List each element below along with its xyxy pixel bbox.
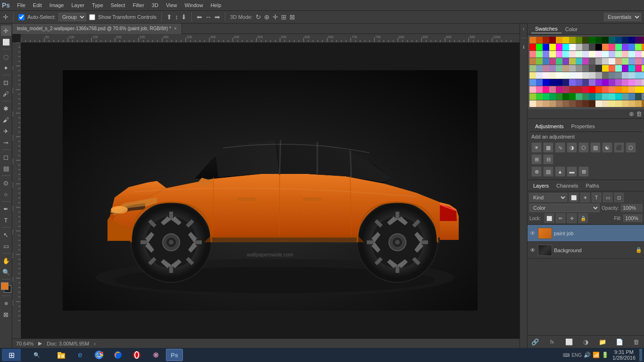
swatch[interactable]: [609, 37, 615, 43]
swatch[interactable]: [529, 51, 536, 58]
swatch[interactable]: [536, 58, 543, 65]
gradient-map-btn[interactable]: ▬: [567, 166, 577, 177]
swatch[interactable]: [576, 44, 582, 50]
swatch[interactable]: [569, 44, 576, 50]
swatch[interactable]: [615, 93, 622, 100]
swatch[interactable]: [615, 37, 622, 43]
swatch[interactable]: [602, 79, 609, 86]
swatch[interactable]: [635, 72, 642, 79]
color-tab[interactable]: Color: [561, 25, 581, 33]
swatch[interactable]: [589, 65, 595, 72]
crop-tool[interactable]: ⊡: [1, 77, 11, 88]
filter-smart-btn[interactable]: ⊡: [614, 193, 624, 202]
swatch[interactable]: [589, 44, 595, 50]
quick-select-tool[interactable]: ✦: [1, 63, 11, 73]
swatch[interactable]: [602, 86, 609, 93]
swatch[interactable]: [628, 79, 635, 86]
canvas-background[interactable]: wallpaperswide.com: [21, 42, 520, 338]
swatch[interactable]: [635, 37, 642, 43]
hand-tool[interactable]: ✋: [1, 255, 11, 266]
swatch[interactable]: [595, 100, 602, 107]
swatch[interactable]: [529, 100, 536, 107]
swatch[interactable]: [529, 72, 536, 79]
blend-mode-select[interactable]: Color: [529, 204, 600, 212]
swatch[interactable]: [602, 93, 609, 100]
filter-adjustment-btn[interactable]: ☀: [580, 193, 590, 202]
swatch[interactable]: [589, 100, 595, 107]
swatch[interactable]: [642, 79, 644, 86]
swatch[interactable]: [609, 65, 615, 72]
swatch[interactable]: [642, 58, 644, 65]
pen-tool[interactable]: ✒: [1, 204, 11, 214]
swatch[interactable]: [569, 37, 576, 43]
taskbar-file-explorer[interactable]: [53, 349, 70, 361]
3d-roll-icon[interactable]: ⊕: [264, 13, 270, 21]
swatch[interactable]: [582, 72, 589, 79]
swatch[interactable]: [536, 37, 543, 43]
swatch[interactable]: [556, 58, 562, 65]
channel-mixer-btn[interactable]: ⊞: [531, 154, 542, 165]
curves-btn[interactable]: ∿: [555, 142, 565, 153]
lock-position-btn[interactable]: ✛: [567, 214, 577, 223]
swatch[interactable]: [635, 44, 642, 50]
path-selection-tool[interactable]: ↖: [1, 230, 11, 240]
swatch[interactable]: [543, 72, 549, 79]
menu-window[interactable]: Window: [182, 1, 206, 9]
swatch[interactable]: [628, 51, 635, 58]
swatch[interactable]: [543, 65, 549, 72]
swatch[interactable]: [536, 72, 543, 79]
fill-input[interactable]: [623, 214, 642, 222]
layer-visibility-background[interactable]: 👁: [529, 247, 536, 254]
start-button[interactable]: ⊞: [2, 349, 21, 361]
swatch[interactable]: [582, 44, 589, 50]
bw-btn[interactable]: ⬛: [614, 142, 624, 153]
swatch[interactable]: [536, 79, 543, 86]
swatch[interactable]: [529, 44, 536, 50]
layer-visibility-paint-job[interactable]: 👁: [529, 230, 536, 237]
levels-btn[interactable]: ▦: [543, 142, 553, 153]
color-balance-btn[interactable]: ☯: [602, 142, 612, 153]
layer-kind-select[interactable]: Kind: [529, 193, 567, 202]
invert-btn[interactable]: ⊗: [531, 166, 542, 177]
workspace-dropdown[interactable]: Essentials: [604, 13, 641, 21]
swatch[interactable]: [556, 65, 562, 72]
menu-edit[interactable]: Edit: [30, 1, 45, 9]
swatch[interactable]: [549, 65, 556, 72]
taskbar-ie[interactable]: e: [72, 349, 89, 361]
lasso-tool[interactable]: ◌: [1, 51, 11, 62]
swatch[interactable]: [529, 93, 536, 100]
swatch[interactable]: [549, 86, 556, 93]
align-horiz-icon[interactable]: ↔: [205, 13, 212, 21]
swatch[interactable]: [543, 79, 549, 86]
swatch[interactable]: [536, 65, 543, 72]
swatch[interactable]: [622, 37, 628, 43]
swatch[interactable]: [595, 72, 602, 79]
3d-scale-icon[interactable]: ⊠: [289, 13, 295, 21]
swatch[interactable]: [622, 44, 628, 50]
collapse-panel-btn[interactable]: ‹: [520, 25, 527, 32]
document-tab[interactable]: tesla_model_s_2-wallpaper-644x362.psd @…: [12, 24, 182, 34]
filter-shape-btn[interactable]: ▭: [603, 193, 612, 202]
swatch[interactable]: [549, 79, 556, 86]
swatch[interactable]: [549, 44, 556, 50]
swatch[interactable]: [562, 51, 569, 58]
delete-swatch-btn[interactable]: 🗑: [636, 110, 642, 117]
swatch[interactable]: [543, 100, 549, 107]
swatch[interactable]: [642, 100, 644, 107]
swatch[interactable]: [576, 58, 582, 65]
taskbar-search[interactable]: 🔍: [23, 349, 51, 361]
swatch[interactable]: [595, 93, 602, 100]
swatch[interactable]: [602, 65, 609, 72]
swatch[interactable]: [628, 93, 635, 100]
swatch[interactable]: [615, 51, 622, 58]
exposure-btn[interactable]: ◑: [567, 142, 577, 153]
swatch[interactable]: [615, 79, 622, 86]
menu-select[interactable]: Select: [107, 1, 129, 9]
swatch[interactable]: [529, 58, 536, 65]
swatch[interactable]: [589, 51, 595, 58]
swatch[interactable]: [576, 72, 582, 79]
swatch[interactable]: [589, 37, 595, 43]
swatch[interactable]: [622, 79, 628, 86]
eraser-tool[interactable]: ◻: [1, 152, 11, 162]
swatches-tab[interactable]: Swatches: [531, 25, 561, 33]
